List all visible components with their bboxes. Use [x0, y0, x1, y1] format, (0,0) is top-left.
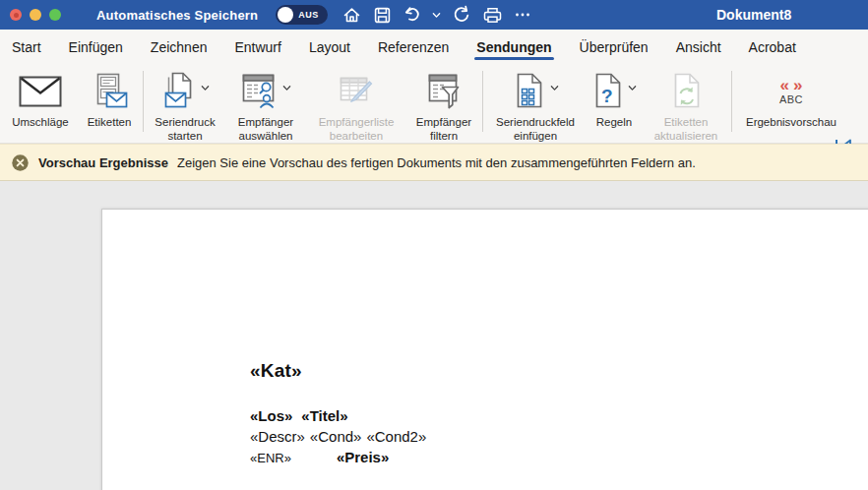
ribbon-tab-bar: Start Einfügen Zeichnen Entwurf Layout R…	[0, 30, 868, 63]
traffic-lights	[10, 9, 61, 21]
undo-icon	[403, 5, 422, 25]
select-recipients-icon	[240, 72, 279, 111]
empfaenger-filtern-label: Empfänger filtern	[406, 116, 481, 143]
umschlaege-button[interactable]: Umschläge	[4, 63, 77, 143]
tab-entwurf[interactable]: Entwurf	[234, 32, 280, 61]
seriendruck-starten-dropdown-icon	[201, 84, 210, 92]
print-button[interactable]	[481, 4, 503, 26]
print-icon	[482, 6, 503, 25]
tab-ansicht[interactable]: Ansicht	[676, 32, 721, 61]
empfaenger-auswaehlen-dropdown-icon	[282, 84, 291, 92]
svg-text:?: ?	[601, 86, 613, 106]
etiketten-aktualisieren-label: Etiketten aktualisieren	[642, 116, 730, 143]
regeln-label: Regeln	[596, 116, 632, 130]
merge-field-cond: «Cond»	[310, 428, 362, 445]
message-bar: Vorschau Ergebnisse Zeigen Sie eine Vors…	[0, 144, 868, 181]
regeln-dropdown-icon	[628, 84, 637, 92]
ribbon-group-create: Umschläge Etiketten	[4, 63, 142, 143]
rules-icon: ?	[591, 72, 625, 111]
title-bar: Automatisches Speichern AUS	[0, 0, 868, 30]
tab-referenzen[interactable]: Referenzen	[378, 32, 449, 61]
update-labels-icon	[668, 72, 704, 111]
umschlaege-label: Umschläge	[12, 116, 69, 130]
ergebnisvorschau-label: Ergebnisvorschau	[746, 116, 837, 130]
tab-acrobat[interactable]: Acrobat	[749, 32, 796, 61]
home-icon	[342, 6, 361, 25]
merge-field-line-enr-preis: «ENR»«Preis»	[250, 449, 868, 465]
autosave-state-label: AUS	[298, 10, 319, 20]
merge-field-cond2: «Cond2»	[366, 428, 426, 445]
ribbon-divider	[731, 71, 732, 132]
merge-field-preis: «Preis»	[337, 449, 389, 465]
ribbon-group-fields: Seriendruckfeld einfügen ? Regeln	[484, 63, 730, 143]
merge-field-los: «Los»	[250, 407, 292, 424]
undo-dropdown-chevron-icon	[432, 11, 441, 20]
seriendruckfeld-dropdown-icon	[550, 84, 559, 92]
seriendruckfeld-einfuegen-button[interactable]: Seriendruckfeld einfügen	[484, 63, 587, 143]
ribbon: Umschläge Etiketten	[0, 63, 868, 144]
ribbon-divider	[482, 71, 483, 132]
redo-icon	[452, 5, 471, 25]
regeln-button[interactable]: ? Regeln	[587, 63, 642, 143]
seriendruckfeld-einfuegen-label: Seriendruckfeld einfügen	[484, 116, 587, 143]
autosave-label: Automatisches Speichern	[96, 8, 258, 23]
tab-ueberpruefen[interactable]: Überprüfen	[580, 32, 649, 61]
empfaenger-filtern-button[interactable]: Empfänger filtern	[406, 63, 481, 143]
tab-layout[interactable]: Layout	[309, 32, 350, 61]
merge-field-titel: «Titel»	[301, 407, 347, 424]
more-commands-button[interactable]	[512, 4, 533, 26]
envelope-icon	[19, 76, 62, 107]
zoom-window-button[interactable]	[49, 9, 61, 21]
tab-einfuegen[interactable]: Einfügen	[69, 32, 123, 61]
filter-recipients-icon	[425, 72, 463, 111]
merge-field-kat: «Kat»	[250, 360, 868, 382]
message-bar-text: Zeigen Sie eine Vorschau des fertigen Do…	[177, 155, 696, 170]
etiketten-button[interactable]: Etiketten	[77, 63, 142, 143]
mailmerge-start-icon	[160, 72, 198, 111]
empfaengerliste-bearbeiten-label: Empfängerliste bearbeiten	[306, 116, 406, 143]
empfaenger-auswaehlen-label: Empfänger auswählen	[225, 116, 306, 143]
ergebnisvorschau-button[interactable]: «» ABC Ergebnisvorschau	[733, 63, 849, 143]
message-bar-title: Vorschau Ergebnisse	[38, 155, 168, 170]
document-page[interactable]: «Kat» «Los»«Titel» «Descr»«Cond»«Cond2» …	[101, 209, 868, 490]
etiketten-aktualisieren-button: Etiketten aktualisieren	[642, 63, 730, 143]
document-area: «Kat» «Los»«Titel» «Descr»«Cond»«Cond2» …	[0, 181, 868, 490]
close-message-button[interactable]	[12, 154, 29, 171]
etiketten-label: Etiketten	[88, 116, 132, 130]
labels-sheet-envelope-icon	[90, 73, 129, 110]
seriendruck-starten-label: Seriendruck starten	[145, 116, 225, 143]
ribbon-group-start-merge: Seriendruck starten Empfänger auswäh	[145, 63, 481, 143]
autosave-toggle-knob	[278, 7, 293, 23]
tab-zeichnen[interactable]: Zeichnen	[151, 32, 208, 61]
home-button[interactable]	[341, 4, 362, 26]
preview-results-icon: «» ABC	[776, 78, 807, 105]
ribbon-group-preview: «» ABC Ergebnisvorschau	[733, 63, 849, 143]
ribbon-divider	[143, 71, 144, 132]
redo-button[interactable]	[451, 4, 472, 26]
save-icon	[373, 6, 392, 25]
document-title: Dokument8	[716, 7, 791, 23]
quick-access-toolbar	[341, 4, 533, 26]
close-window-button[interactable]	[10, 9, 22, 21]
merge-field-line-descr: «Descr»«Cond»«Cond2»	[250, 428, 868, 445]
empfaengerliste-bearbeiten-button: Empfängerliste bearbeiten	[306, 63, 406, 143]
tab-start[interactable]: Start	[12, 32, 41, 61]
seriendruck-starten-button[interactable]: Seriendruck starten	[145, 63, 225, 143]
autosave-toggle[interactable]: AUS	[276, 5, 328, 25]
save-button[interactable]	[371, 4, 393, 26]
merge-field-enr: «ENR»	[250, 451, 291, 465]
empfaenger-auswaehlen-button[interactable]: Empfänger auswählen	[225, 63, 306, 143]
minimize-window-button[interactable]	[30, 9, 41, 21]
undo-dropdown-button[interactable]	[432, 4, 442, 26]
undo-button[interactable]	[402, 4, 423, 26]
merge-fields-block: «Kat» «Los»«Titel» «Descr»«Cond»«Cond2» …	[102, 210, 868, 465]
tab-sendungen[interactable]: Sendungen	[476, 32, 551, 61]
more-ellipsis-icon	[514, 6, 531, 24]
insert-merge-field-icon	[512, 72, 547, 111]
merge-field-line-los-titel: «Los»«Titel»	[250, 407, 868, 424]
edit-recipient-list-icon	[336, 73, 377, 110]
merge-field-descr: «Descr»	[250, 428, 305, 445]
word-window: Automatisches Speichern AUS	[0, 0, 868, 490]
